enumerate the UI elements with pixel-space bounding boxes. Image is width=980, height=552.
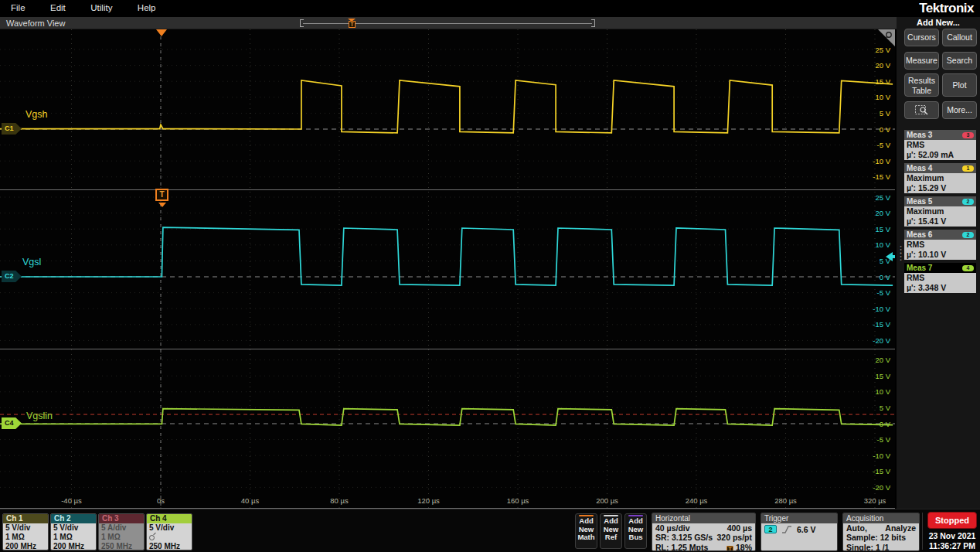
channel-name: Ch 1: [3, 514, 48, 523]
waveform-canvas[interactable]: -40 µs0s40 µs80 µs120 µs160 µs200 µs240 …: [0, 29, 895, 509]
menu-edit[interactable]: Edit: [39, 0, 77, 12]
measurement-readout: Maximumµ': 15.41 V: [904, 206, 976, 227]
measurement-readout: RMSµ': 10.10 V: [904, 240, 976, 260]
channel-badge-ch-3[interactable]: Ch 35 A/div1 MΩ250 MHz Bw: [98, 513, 145, 550]
trigger-panel-title: Trigger: [761, 513, 837, 523]
add-new-ref-button[interactable]: Add New Ref: [600, 513, 622, 549]
menu-help[interactable]: Help: [127, 0, 167, 12]
trigger-time-flag-pointer: [158, 203, 166, 207]
trigger-level-value: 6.6 V: [797, 525, 816, 534]
trigger-position-icon: T: [726, 546, 733, 551]
svg-text:15 V: 15 V: [875, 372, 890, 380]
channel-badge-ch-2[interactable]: Ch 25 V/div1 MΩ200 MHz Bw: [50, 513, 97, 550]
svg-text:80 µs: 80 µs: [330, 496, 349, 505]
acquisition-panel[interactable]: Acquisition Auto,Analyze Sample: 12 bits…: [842, 513, 920, 551]
measurement-source-badge: 2: [962, 199, 974, 205]
trigger-position-triangle-icon[interactable]: [156, 29, 167, 36]
channel-settings: 5 V/div1 MΩ200 MHz Bw: [3, 523, 48, 550]
zoom-mode-icon: [914, 104, 930, 116]
channel-name: Ch 4: [147, 514, 192, 523]
minimap-left-bracket-icon[interactable]: [300, 19, 304, 27]
menu-file[interactable]: File: [0, 0, 36, 12]
svg-text:10 V: 10 V: [875, 93, 890, 101]
run-stop-status-button[interactable]: Stopped: [927, 512, 977, 529]
datetime-display: 23 Nov 2021 11:36:27 PM: [926, 531, 978, 551]
svg-text:-10 V: -10 V: [873, 305, 890, 313]
trigger-panel[interactable]: Trigger 2 6.6 V: [761, 513, 838, 551]
measurement-badge-meas-3[interactable]: Meas 33RMSµ': 52.09 mA: [904, 130, 976, 160]
measurement-name: Meas 52: [904, 196, 976, 206]
channel-name: Ch 3: [99, 514, 144, 523]
waveform-area[interactable]: -40 µs0s40 µs80 µs120 µs160 µs200 µs240 …: [0, 29, 895, 509]
acquisition-single: Single: 1 /1: [846, 543, 889, 551]
svg-text:10 V: 10 V: [875, 240, 890, 249]
add-new-header: Add New...: [897, 18, 980, 27]
horizontal-position: 18%: [736, 543, 752, 551]
time: 11:36:27 PM: [926, 541, 978, 551]
svg-text:0 V: 0 V: [880, 125, 891, 134]
plot-button[interactable]: Plot: [942, 73, 977, 97]
menu-utility[interactable]: Utility: [80, 0, 123, 12]
svg-text:240 µs: 240 µs: [686, 496, 708, 505]
svg-text:160 µs: 160 µs: [507, 496, 529, 505]
wave-label-vgsl[interactable]: Vgsl: [22, 257, 41, 267]
measurement-source-badge: 1: [962, 165, 974, 172]
svg-text:-15 V: -15 V: [873, 172, 890, 181]
measurement-badge-meas-4[interactable]: Meas 41Maximumµ': 15.29 V: [904, 163, 976, 193]
horizontal-scale: 40 µs/div: [655, 523, 690, 533]
measurement-badge-meas-7[interactable]: Meas 74RMSµ': 3.348 V: [904, 263, 976, 293]
svg-text:-5 V: -5 V: [877, 288, 891, 297]
svg-text:25 V: 25 V: [875, 193, 890, 202]
results-table-button[interactable]: Results Table: [904, 73, 939, 97]
tab-waveform-view[interactable]: Waveform View: [6, 19, 65, 28]
cursors-button[interactable]: Cursors: [904, 29, 939, 46]
zoom-mode-button[interactable]: [904, 101, 939, 119]
measurement-readout: Maximumµ': 15.29 V: [904, 173, 976, 193]
minimap-right-bracket-icon[interactable]: [591, 19, 595, 27]
measure-button[interactable]: Measure: [904, 52, 939, 70]
date: 23 Nov 2021: [926, 531, 978, 541]
measurement-readout: RMSµ': 3.348 V: [904, 273, 976, 293]
svg-text:25 V: 25 V: [875, 46, 890, 54]
trigger-level-arrow-tail: [892, 255, 895, 258]
search-button[interactable]: Search: [942, 52, 977, 70]
accent-line: [604, 515, 618, 516]
acquisition-panel-title: Acquisition: [843, 513, 919, 523]
svg-text:-15 V: -15 V: [873, 467, 890, 475]
accent-line: [628, 515, 643, 516]
callout-button[interactable]: Callout: [942, 29, 977, 46]
svg-text:20 V: 20 V: [875, 209, 890, 217]
channel-badge-ch-4[interactable]: Ch 45 V/div250 MHz Bw: [146, 513, 192, 550]
wave-label-vgsh[interactable]: Vgsh: [26, 109, 48, 120]
measurement-source-badge: 4: [962, 265, 974, 271]
right-panel: ⋮⋮ Add New... Cursors Callout Measure Se…: [897, 17, 980, 509]
minimap-trigger-marker[interactable]: T: [349, 21, 356, 28]
measurement-name: Meas 33: [904, 130, 976, 140]
minimap-track: [303, 23, 592, 24]
probe-icon: [149, 535, 155, 540]
measurement-badge-meas-5[interactable]: Meas 52Maximumµ': 15.41 V: [904, 196, 976, 227]
measurement-badge-meas-6[interactable]: Meas 62RMSµ': 10.10 V: [904, 230, 976, 260]
svg-text:-5 V: -5 V: [877, 141, 891, 149]
svg-text:10 V: 10 V: [875, 387, 890, 396]
add-new-math-button[interactable]: Add New Math: [575, 513, 597, 549]
channel-settings: 5 V/div1 MΩ200 MHz Bw: [51, 523, 96, 550]
svg-text:-40 µs: -40 µs: [61, 496, 82, 505]
oscilloscope-app: File Edit Utility Help Tektronix Wavefor…: [0, 0, 980, 552]
channel-name: Ch 2: [51, 514, 96, 523]
horizontal-panel[interactable]: Horizontal 40 µs/div400 µs SR: 3.125 GS/…: [652, 513, 756, 551]
measurement-name: Meas 62: [904, 230, 976, 240]
panel-splitter-handle[interactable]: ⋮⋮: [896, 246, 904, 260]
svg-text:0 V: 0 V: [880, 420, 891, 428]
trigger-time-flag[interactable]: T: [155, 189, 168, 201]
more-button[interactable]: More...: [942, 101, 977, 119]
measurement-readout: RMSµ': 52.09 mA: [904, 140, 976, 160]
svg-text:20 V: 20 V: [875, 61, 890, 70]
add-new-bus-button[interactable]: Add New Bus: [624, 513, 647, 549]
horizontal-panel-title: Horizontal: [652, 513, 755, 523]
horizontal-position-minimap[interactable]: T: [300, 19, 595, 28]
svg-text:280 µs: 280 µs: [774, 496, 797, 505]
wave-label-vgslin[interactable]: Vgslin: [26, 411, 53, 421]
horizontal-window: 400 µs: [727, 523, 752, 533]
channel-badge-ch-1[interactable]: Ch 15 V/div1 MΩ200 MHz Bw: [2, 513, 49, 550]
